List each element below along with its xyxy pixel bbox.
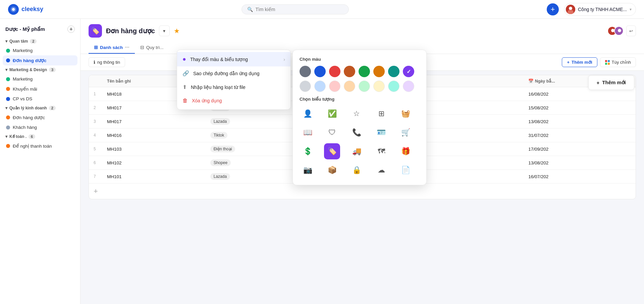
icon-option-truck[interactable]: 🚚 — [348, 143, 365, 159]
section-label: Quan tâm — [9, 39, 28, 44]
row-num: 4 — [89, 129, 102, 142]
color-option-gray[interactable] — [300, 66, 311, 77]
color-option-light-yellow[interactable] — [373, 81, 385, 92]
icon-option-camera[interactable]: 📷 — [300, 162, 316, 178]
sidebar-item-cp-vs-ds[interactable]: CP vs DS — [3, 94, 77, 104]
back-icon: ↩ — [629, 29, 633, 34]
floating-add-new-button[interactable]: + Thêm mới — [588, 75, 634, 90]
add-icon: + — [567, 60, 570, 65]
color-option-orange[interactable] — [373, 66, 385, 77]
color-option-light-gray[interactable] — [300, 81, 311, 92]
icon-option-lock[interactable]: 🔒 — [348, 162, 365, 178]
row-name: MH103 — [102, 142, 206, 156]
page-dropdown-button[interactable]: ▾ — [159, 26, 170, 36]
section-label: Kế toán . — [9, 134, 26, 139]
icon-option-map[interactable]: 🗺 — [373, 143, 389, 159]
add-icon: + — [597, 80, 600, 86]
sidebar-item-label: Khuyến mãi — [13, 86, 37, 92]
section-badge: 2 — [49, 106, 56, 110]
dropdown-item-import[interactable]: ⬆ Nhập liệu hàng loạt từ file — [177, 80, 290, 94]
sidebar-section-header-quan-tam[interactable]: ▾ Quan tâm 2 — [3, 37, 77, 46]
logo[interactable]: cleeksy — [8, 4, 43, 15]
info-button[interactable]: ℹ ng thông tin — [89, 57, 125, 67]
tab-danh-sach[interactable]: ⊞ Danh sách ··· — [89, 42, 135, 54]
color-option-blue[interactable] — [314, 66, 326, 77]
chevron-down-icon: ▾ — [5, 106, 7, 110]
chevron-down-icon: ▾ — [5, 67, 7, 72]
logo-text: cleeksy — [21, 6, 43, 13]
sidebar-section-ke-toan: ▾ Kế toán . 6 Để nghị thanh toán — [0, 132, 80, 151]
favorite-button[interactable]: ★ — [174, 27, 180, 35]
sidebar-section-header-qlkd[interactable]: ▾ Quản lý kinh doanh 2 — [3, 104, 77, 112]
row-name: MH102 — [102, 156, 206, 170]
row-num: 3 — [89, 115, 102, 129]
row-ngay: 16/07/202 — [524, 170, 636, 184]
color-option-light-blue[interactable] — [314, 81, 326, 92]
sidebar-item-label: Marketing — [13, 77, 33, 82]
sidebar-item-label: Để nghị thanh toán — [13, 143, 52, 149]
user-avatar — [566, 5, 575, 14]
tab-quy-tri[interactable]: ⊟ Quy trì... — [135, 42, 169, 54]
sidebar-item-marketing2[interactable]: Marketing — [3, 74, 77, 84]
icon-option-dollar[interactable]: 💲 — [300, 143, 316, 159]
icon-option-phone[interactable]: 📞 — [348, 124, 365, 141]
sidebar-item-don-hang-duoc2[interactable]: Đơn hàng dược — [3, 112, 77, 122]
color-option-light-red[interactable] — [329, 81, 340, 92]
search-bar[interactable]: 🔍 — [241, 4, 349, 14]
workspace-add-button[interactable]: + — [67, 26, 75, 33]
context-dropdown-menu: ● Thay đổi màu & biểu tượng › 🔗 Sao chép… — [177, 50, 291, 110]
dropdown-item-delete[interactable]: 🗑 Xóa ứng dụng — [177, 94, 290, 107]
global-add-button[interactable]: + — [547, 3, 559, 15]
color-option-teal[interactable] — [388, 66, 399, 77]
sidebar-item-don-hang-duoc[interactable]: Đơn hàng dược — [3, 55, 77, 65]
color-option-light-green[interactable] — [359, 81, 370, 92]
icon-option-layers[interactable]: ⊞ — [373, 106, 389, 122]
color-option-red[interactable] — [329, 66, 340, 77]
color-option-light-teal[interactable] — [388, 81, 399, 92]
sidebar-item-khach-hang[interactable]: Khách hàng — [3, 122, 77, 132]
sidebar-section-header-ketoan[interactable]: ▾ Kế toán . 6 — [3, 132, 77, 141]
row-num: 1 — [89, 87, 102, 101]
icon-option-book[interactable]: 📖 — [300, 124, 316, 141]
link-icon: 🔗 — [182, 70, 189, 77]
sidebar-item-de-nghi-thanh-toan[interactable]: Để nghị thanh toán — [3, 141, 77, 151]
color-dot-icon: ● — [182, 56, 186, 63]
dropdown-item-label: Xóa ứng dụng — [192, 98, 222, 103]
sidebar-item-label: Đơn hàng dược — [13, 58, 47, 63]
color-option-light-orange[interactable] — [344, 81, 355, 92]
icon-option-basket[interactable]: 🧺 — [398, 106, 414, 122]
icon-option-cloud[interactable]: ☁ — [373, 162, 389, 178]
icon-option-cart[interactable]: 🛒 — [398, 124, 414, 141]
add-row-button[interactable]: + — [89, 184, 636, 199]
sidebar-item-khuyen-mai[interactable]: Khuyến mãi — [3, 84, 77, 94]
item-dot — [6, 144, 10, 148]
sidebar-item-marketing1[interactable]: Marketing — [3, 46, 77, 55]
sidebar-section-header-mkt[interactable]: ▾ Marketing & Design 3 — [3, 65, 77, 74]
icon-option-person[interactable]: 👤 — [300, 106, 316, 122]
icon-option-doc[interactable]: 📄 — [398, 162, 414, 178]
search-input[interactable] — [256, 7, 343, 12]
company-switcher[interactable]: Công ty TNHH ACME... ▾ — [564, 3, 636, 16]
icon-option-check-circle[interactable]: ✅ — [324, 106, 340, 122]
icon-option-shield[interactable]: 🛡 — [324, 124, 340, 141]
add-new-button[interactable]: + Thêm mới — [562, 57, 597, 67]
icon-option-tag[interactable]: 🏷️ — [324, 143, 340, 159]
dropdown-item-change-color[interactable]: ● Thay đổi màu & biểu tượng › — [177, 52, 290, 66]
icon-option-gift[interactable]: 🎁 — [398, 143, 414, 159]
page-title: Đơn hàng dược — [106, 27, 155, 35]
section-badge: 2 — [30, 39, 37, 44]
row-num: 5 — [89, 142, 102, 156]
icon-option-id-card[interactable]: 🪪 — [373, 124, 389, 141]
tab-more-icon[interactable]: ··· — [125, 44, 129, 50]
color-option-purple[interactable] — [403, 66, 414, 77]
customize-icon — [605, 60, 610, 65]
icon-option-cube[interactable]: 📦 — [324, 162, 340, 178]
customize-button[interactable]: Tùy chỉnh — [600, 57, 636, 67]
icon-option-star[interactable]: ☆ — [348, 106, 365, 122]
color-option-light-purple[interactable] — [403, 81, 414, 92]
color-option-orange-red[interactable] — [344, 66, 355, 77]
dropdown-item-copy-link[interactable]: 🔗 Sao chép đường dẫn ứng dụng — [177, 66, 290, 80]
item-dot — [6, 125, 10, 130]
back-button[interactable]: ↩ — [626, 26, 636, 36]
color-option-green[interactable] — [359, 66, 370, 77]
